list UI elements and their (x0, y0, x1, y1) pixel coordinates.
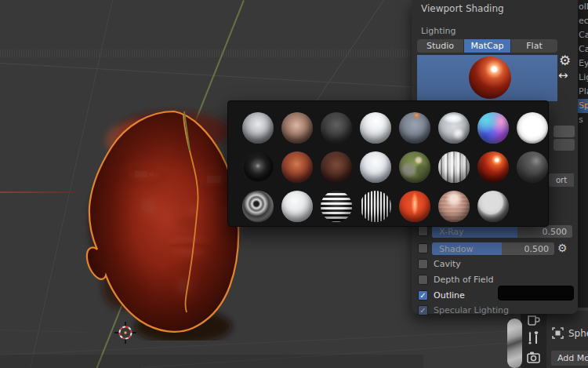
cavity-row: Cavity (412, 258, 578, 271)
outliner-strip: ollectCaCaEyeLigPlaSphs (578, 0, 588, 308)
outline-label: Outline (434, 290, 465, 301)
blender-window: ollectCaCaEyeLigPlaSphs Sphere Add Modif… (0, 0, 588, 368)
matcap-white-gloss[interactable] (360, 112, 391, 144)
matcap-pink-skin[interactable] (438, 191, 470, 222)
xray-checkbox[interactable] (418, 226, 428, 236)
head-mesh-object[interactable] (66, 105, 245, 341)
matcap-chrome-ring[interactable] (242, 191, 274, 222)
xray-row: X-Ray 0.500 (412, 225, 578, 239)
outliner-item[interactable]: Ca (578, 42, 588, 56)
shadow-row: Shadow 0.500 ⚙ (412, 242, 578, 256)
matcap-olive-camo[interactable] (399, 151, 430, 183)
clipped-button[interactable] (554, 126, 575, 137)
matcap-stripes-vertical[interactable] (360, 191, 391, 222)
matcap-dark-maroon[interactable] (321, 151, 352, 183)
tab-matcap[interactable]: MatCap (464, 39, 510, 53)
outliner-item[interactable]: s (578, 113, 588, 127)
outline-row: ✓ Outline (412, 290, 578, 303)
shadow-slider[interactable]: Shadow 0.500 (432, 242, 554, 255)
clipped-sphere-object[interactable] (507, 319, 522, 368)
viewport-horizon-grid (0, 49, 412, 57)
specular-label: Specular Lighting (434, 305, 509, 315)
properties-editor: Sphere Add Modifi (521, 311, 588, 368)
matcap-clay-brown[interactable] (281, 112, 313, 144)
matcap-pearl-gray[interactable] (242, 112, 274, 144)
matcap-orange-skin[interactable] (399, 191, 430, 222)
matcap-brushed-silver[interactable] (438, 151, 470, 183)
xray-slider[interactable]: X-Ray 0.500 (432, 225, 572, 238)
clipped-button[interactable] (554, 139, 575, 151)
gear-icon[interactable]: ⚙ (559, 54, 571, 67)
xray-value: 0.500 (543, 227, 568, 237)
matcap-normal-rainbow[interactable] (477, 112, 509, 144)
object-breadcrumb[interactable]: Sphere (552, 327, 588, 339)
matcap-preview-sphere (469, 56, 511, 99)
dof-label: Depth of Field (434, 275, 494, 285)
matcap-grid (238, 108, 552, 226)
outliner-item[interactable]: Eye (578, 56, 588, 71)
matcap-rust-red[interactable] (281, 151, 313, 183)
matcap-red-metallic[interactable] (477, 151, 509, 183)
matcap-blue-metal[interactable] (399, 112, 430, 144)
outliner-item[interactable]: Lig (578, 71, 588, 85)
dof-checkbox[interactable] (418, 275, 428, 285)
camera-icon[interactable] (527, 352, 541, 366)
properties-tab-column (521, 311, 546, 368)
outliner-item[interactable]: Pla (578, 85, 588, 99)
tab-flat[interactable]: Flat (511, 39, 557, 53)
matcap-black-ring[interactable] (242, 151, 274, 183)
tool-wrench-icon[interactable] (527, 331, 540, 348)
lighting-label: Lighting (421, 26, 456, 36)
matcap-charcoal[interactable] (321, 112, 352, 144)
shadow-checkbox[interactable] (418, 243, 428, 253)
matcap-toon-gray[interactable] (477, 191, 509, 222)
grid-line (0, 63, 412, 87)
shadow-label: Shadow (439, 244, 473, 254)
clipped-import-button[interactable]: ort (549, 173, 574, 187)
outliner-item[interactable]: Sph (578, 99, 588, 113)
specular-row: ✓ Specular Lighting (412, 304, 578, 318)
cavity-label: Cavity (434, 259, 461, 269)
viewport-floor-shade (0, 355, 423, 368)
add-modifier-button[interactable]: Add Modifi (550, 350, 588, 366)
tab-studio[interactable]: Studio (417, 39, 463, 53)
xray-label: X-Ray (439, 227, 464, 237)
specular-checkbox[interactable]: ✓ (418, 305, 428, 315)
matcap-dark-gray[interactable] (517, 151, 548, 183)
matcap-selector-popup (227, 100, 549, 227)
matcap-smooth-silver[interactable] (281, 191, 313, 222)
object-name: Sphere (568, 328, 588, 339)
matcap-ceramic[interactable] (438, 112, 470, 144)
matcap-porcelain[interactable] (360, 151, 391, 183)
outliner-item[interactable]: oll (578, 0, 588, 14)
matcap-soft-glow[interactable] (517, 112, 548, 144)
outliner-item[interactable]: ect (578, 14, 588, 28)
cavity-checkbox[interactable] (418, 259, 428, 269)
matcap-stripes-horizontal[interactable] (321, 191, 352, 222)
panel-title: Viewport Shading (421, 3, 504, 14)
object-icon (552, 327, 564, 339)
outline-checkbox[interactable]: ✓ (418, 290, 428, 301)
outliner-item[interactable]: Ca (578, 28, 588, 42)
resize-arrow-icon[interactable]: ↔ (558, 70, 568, 82)
shadow-value: 0.500 (524, 244, 550, 254)
outline-color-swatch[interactable] (498, 286, 574, 301)
matcap-preview-button[interactable] (417, 55, 557, 101)
shadow-gear-icon[interactable]: ⚙ (557, 242, 568, 253)
shading-tabs: StudioMatCapFlat (417, 39, 557, 53)
